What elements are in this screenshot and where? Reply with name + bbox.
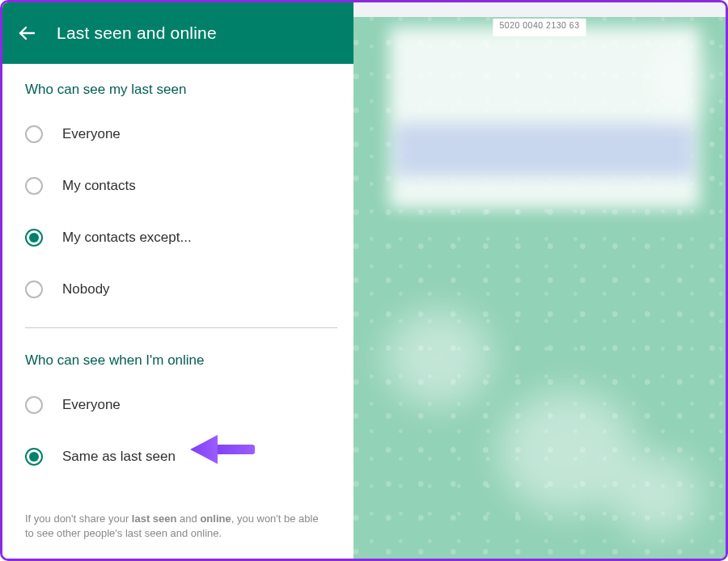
option-label: Everyone (62, 397, 121, 413)
page-title: Last seen and online (57, 23, 217, 43)
blurred-message-card (389, 27, 700, 209)
online-section-title: Who can see when I'm online (25, 352, 337, 369)
privacy-footnote: If you don't share your last seen and on… (25, 512, 337, 541)
option-label: Nobody (62, 281, 110, 297)
radio-icon (25, 448, 43, 466)
back-arrow-icon[interactable] (17, 23, 36, 43)
lastseen-option-nobody[interactable]: Nobody (25, 276, 337, 303)
option-label: Same as last seen (62, 449, 176, 465)
option-label: My contacts (62, 178, 136, 194)
chat-code-text: 5020 0040 2130 63 (493, 19, 586, 36)
radio-icon (25, 280, 43, 298)
option-label: Everyone (62, 126, 121, 142)
radio-icon (25, 177, 43, 195)
settings-header: Last seen and online (2, 2, 353, 64)
settings-panel: Last seen and online Who can see my last… (2, 2, 353, 559)
lastseen-option-my-contacts[interactable]: My contacts (25, 172, 337, 200)
radio-icon (25, 125, 43, 143)
radio-icon (25, 396, 43, 414)
radio-icon (25, 229, 43, 247)
online-option-same-as-last-seen[interactable]: Same as last seen (25, 443, 337, 470)
lastseen-option-my-contacts-except[interactable]: My contacts except... (25, 224, 337, 251)
blur-blob (386, 310, 491, 407)
online-option-everyone[interactable]: Everyone (25, 391, 337, 419)
blur-blob (645, 43, 717, 116)
lastseen-option-everyone[interactable]: Everyone (25, 120, 337, 148)
blur-blob (612, 455, 701, 536)
section-divider (25, 327, 337, 328)
chat-background-panel: 5020 0040 2130 63 (353, 2, 726, 559)
settings-body: Who can see my last seen Everyone My con… (2, 64, 353, 559)
option-label: My contacts except... (62, 230, 192, 246)
lastseen-section-title: Who can see my last seen (25, 82, 337, 98)
top-strip (353, 2, 726, 17)
